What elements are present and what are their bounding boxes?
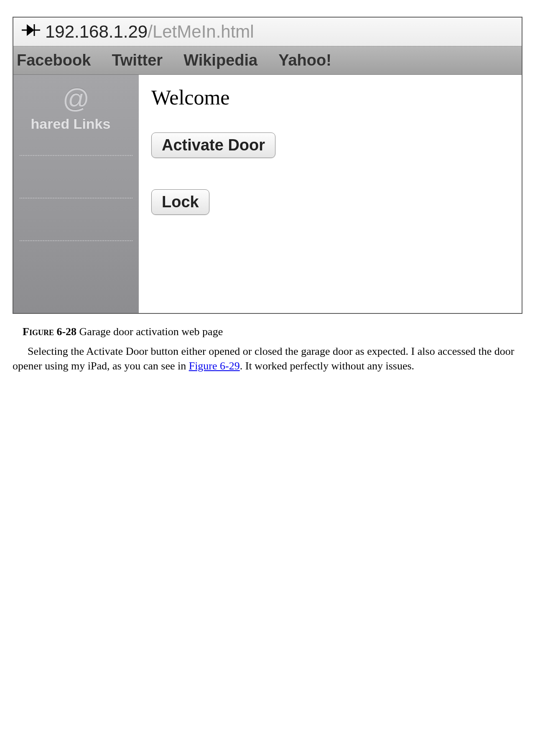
figure-caption: Figure 6-28 Garage door activation web p…	[13, 326, 522, 338]
page-title: Welcome	[151, 85, 509, 109]
lock-button[interactable]: Lock	[151, 189, 209, 215]
figure-label: Figure 6-28	[23, 326, 76, 338]
svg-marker-1	[27, 24, 34, 36]
figure-6-29-link[interactable]: Figure 6-29	[189, 360, 240, 372]
sidebar-separator	[20, 198, 132, 199]
activate-door-button[interactable]: Activate Door	[151, 132, 275, 158]
url-path: /LetMeIn.html	[148, 22, 254, 41]
browser-frame: 192.168.1.29/LetMeIn.html Facebook Twitt…	[13, 17, 522, 314]
sidebar-shared-links-label[interactable]: hared Links	[3, 116, 139, 132]
bookmark-wikipedia[interactable]: Wikipedia	[183, 51, 257, 69]
content-area: @ hared Links Welcome Activate Door Lock	[13, 75, 522, 313]
sidebar-separator	[20, 240, 132, 241]
sidebar-separator	[20, 155, 132, 156]
url-host: 192.168.1.29	[45, 22, 148, 41]
main-content: Welcome Activate Door Lock	[139, 75, 522, 313]
bookmark-facebook[interactable]: Facebook	[17, 51, 91, 69]
bookmarks-bar: Facebook Twitter Wikipedia Yahoo!	[13, 46, 522, 75]
body-paragraph: Selecting the Activate Door button eithe…	[13, 344, 522, 373]
url-display[interactable]: 192.168.1.29/LetMeIn.html	[45, 22, 254, 42]
at-sign-icon: @	[13, 83, 139, 114]
diode-icon	[22, 22, 40, 42]
bookmark-twitter[interactable]: Twitter	[112, 51, 163, 69]
figure-caption-text: Garage door activation web page	[76, 326, 223, 338]
address-bar: 192.168.1.29/LetMeIn.html	[13, 18, 522, 46]
paragraph-text-2: . It worked perfectly without any issues…	[240, 360, 414, 372]
sidebar: @ hared Links	[13, 75, 139, 313]
bookmark-yahoo[interactable]: Yahoo!	[278, 51, 331, 69]
